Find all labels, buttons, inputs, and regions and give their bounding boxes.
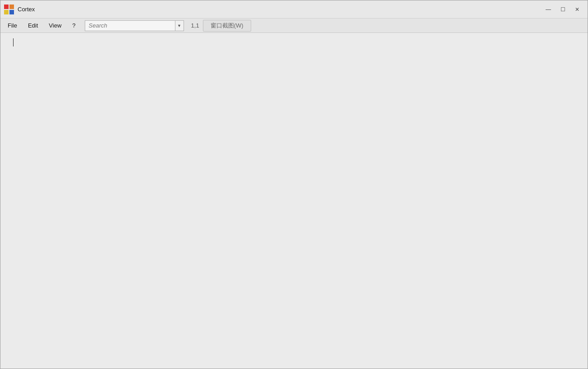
title-bar-controls: — ☐ ✕ [542,5,584,14]
svg-rect-2 [4,10,9,14]
svg-rect-3 [9,10,14,14]
app-window: Cortex — ☐ ✕ File Edit View ? ▼ 1,1 窗口截图… [0,0,588,369]
menu-view[interactable]: View [43,20,67,31]
cursor-position: 1,1 [191,22,199,29]
title-bar: Cortex — ☐ ✕ [0,0,588,18]
title-bar-left: Cortex [4,5,542,14]
editor-area[interactable] [0,33,588,369]
maximize-button[interactable]: ☐ [556,5,570,14]
screenshot-button[interactable]: 窗口截图(W) [203,20,251,32]
search-input[interactable] [85,20,175,31]
menu-help[interactable]: ? [67,20,81,31]
app-title: Cortex [18,6,35,13]
app-icon [4,5,14,14]
search-dropdown-button[interactable]: ▼ [175,20,184,31]
minimize-button[interactable]: — [542,5,555,14]
svg-rect-0 [4,5,9,9]
menu-edit[interactable]: Edit [23,20,43,31]
svg-rect-1 [9,5,14,9]
close-button[interactable]: ✕ [570,5,584,14]
menu-bar: File Edit View ? ▼ 1,1 窗口截图(W) [0,18,588,33]
chevron-down-icon: ▼ [177,23,181,28]
search-container: ▼ [85,20,184,31]
menu-file[interactable]: File [2,20,23,31]
text-cursor [13,38,14,46]
